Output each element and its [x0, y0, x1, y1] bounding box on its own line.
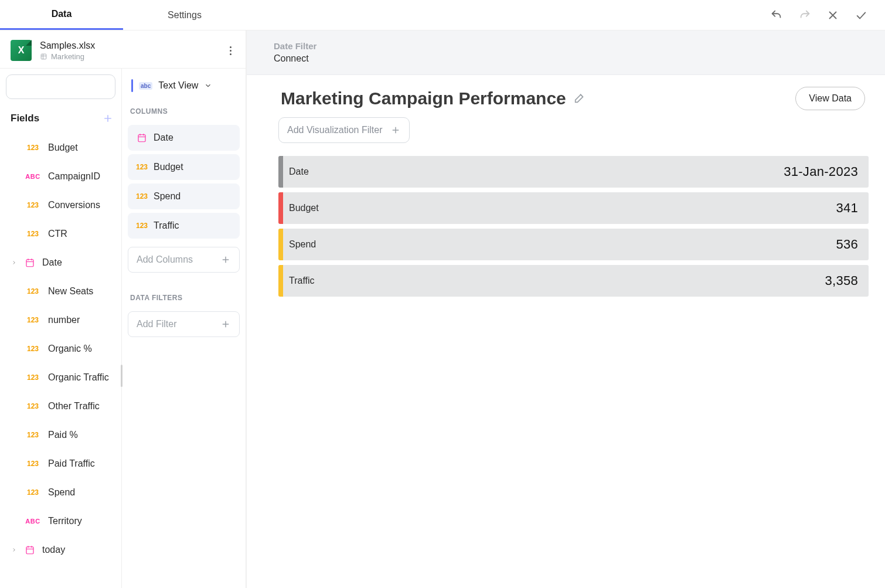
- type-number-icon: 123: [25, 431, 41, 439]
- ribbon-head: Date Filter: [274, 41, 885, 51]
- search-field[interactable]: [13, 82, 125, 92]
- field-item[interactable]: 123Budget: [0, 133, 121, 162]
- type-number-icon: 123: [25, 316, 41, 324]
- type-date-icon: [136, 132, 148, 143]
- main-panel: Date Filter Connect Marketing Campaign P…: [247, 30, 885, 588]
- type-number-icon: 123: [25, 144, 41, 152]
- ribbon-value: Connect: [274, 53, 885, 64]
- type-number-icon: 123: [25, 230, 41, 238]
- columns-label: COLUMNS: [128, 104, 240, 117]
- field-item[interactable]: 123New Seats: [0, 277, 121, 305]
- viz-card: Marketing Campaign Performance View Data…: [270, 79, 877, 305]
- window-actions: [769, 0, 885, 30]
- row-key: Traffic: [283, 265, 315, 297]
- fields-header: Fields: [0, 103, 121, 131]
- column-chips: Date123Budget123Spend123Traffic: [128, 125, 240, 239]
- field-item[interactable]: 123Paid %: [0, 420, 121, 449]
- field-label: Date: [42, 257, 62, 268]
- add-viz-filter[interactable]: Add Visualization Filter: [278, 117, 410, 143]
- data-row[interactable]: Spend536: [278, 229, 869, 260]
- field-label: number: [48, 315, 80, 325]
- field-label: Conversions: [48, 200, 100, 210]
- redo-icon[interactable]: [797, 8, 812, 23]
- plus-icon: [390, 125, 401, 135]
- tab-data[interactable]: Data: [0, 0, 123, 30]
- undo-icon[interactable]: [769, 8, 784, 23]
- column-chip[interactable]: 123Budget: [128, 154, 240, 180]
- datasource-menu-icon[interactable]: [223, 43, 237, 57]
- data-row[interactable]: Date31-Jan-2023: [278, 156, 869, 188]
- viz-title: Marketing Campaign Performance: [281, 89, 566, 108]
- type-number-icon: 123: [25, 373, 41, 382]
- viz-type-select[interactable]: abc Text View: [128, 76, 240, 96]
- field-item[interactable]: 123Organic %: [0, 334, 121, 363]
- type-number-icon: 123: [136, 163, 148, 171]
- add-filter[interactable]: Add Filter: [128, 311, 240, 337]
- config-panel: abc Text View COLUMNS Date123Budget123Sp…: [122, 69, 246, 588]
- field-label: CTR: [48, 229, 67, 239]
- field-item[interactable]: Date: [0, 248, 121, 277]
- add-filter-label: Add Filter: [137, 319, 176, 329]
- close-icon[interactable]: [825, 8, 840, 23]
- left-panel: X Samples.xlsx Marketing: [0, 30, 246, 588]
- add-columns-label: Add Columns: [137, 254, 193, 265]
- row-key: Spend: [283, 229, 316, 260]
- field-item[interactable]: 123CTR: [0, 219, 121, 248]
- viz-type-badge: abc: [139, 82, 152, 90]
- chevron-down-icon: [204, 81, 212, 90]
- sheet-name: Marketing: [40, 52, 95, 61]
- field-item[interactable]: 123number: [0, 305, 121, 334]
- svg-rect-0: [41, 54, 46, 59]
- type-number-icon: 123: [136, 192, 148, 200]
- data-row[interactable]: Traffic3,358: [278, 265, 869, 297]
- fields-label: Fields: [11, 113, 39, 124]
- field-item[interactable]: 123Spend: [0, 478, 121, 507]
- row-key: Date: [283, 156, 309, 188]
- field-item[interactable]: ABCTerritory: [0, 507, 121, 535]
- tab-settings[interactable]: Settings: [123, 0, 246, 30]
- viz-rows: Date31-Jan-2023Budget341Spend536Traffic3…: [278, 156, 869, 297]
- chevron-right-icon[interactable]: [11, 260, 18, 266]
- field-label: Organic Traffic: [48, 372, 109, 383]
- field-item[interactable]: today: [0, 535, 121, 564]
- add-columns[interactable]: Add Columns: [128, 247, 240, 273]
- field-item[interactable]: 123Paid Traffic: [0, 449, 121, 478]
- field-item[interactable]: 123Organic Traffic: [0, 363, 121, 392]
- type-text-icon: ABC: [25, 518, 41, 525]
- fields-panel: Fields 123BudgetABCCampaignID123Conversi…: [0, 69, 122, 588]
- body: X Samples.xlsx Marketing: [0, 30, 885, 588]
- view-data-button[interactable]: View Data: [795, 87, 865, 110]
- field-label: CampaignID: [48, 171, 100, 182]
- search-input[interactable]: [6, 74, 115, 99]
- type-text-icon: ABC: [25, 173, 41, 180]
- type-number-icon: 123: [25, 460, 41, 468]
- row-value: 341: [836, 192, 869, 224]
- type-number-icon: 123: [25, 287, 41, 295]
- type-number-icon: 123: [25, 402, 41, 410]
- row-value: 3,358: [825, 265, 869, 297]
- fields-list: 123BudgetABCCampaignID123Conversions123C…: [0, 131, 121, 570]
- field-label: Other Traffic: [48, 401, 100, 412]
- column-chip-label: Traffic: [154, 220, 179, 231]
- filters-label: DATA FILTERS: [128, 290, 240, 303]
- row-color-bar: [278, 265, 283, 297]
- row-value: 536: [836, 229, 869, 260]
- data-row[interactable]: Budget341: [278, 192, 869, 224]
- row-color-bar: [278, 229, 283, 260]
- chevron-right-icon[interactable]: [11, 547, 18, 553]
- column-chip[interactable]: 123Traffic: [128, 213, 240, 239]
- field-item[interactable]: ABCCampaignID: [0, 162, 121, 191]
- type-number-icon: 123: [25, 201, 41, 209]
- field-item[interactable]: 123Other Traffic: [0, 392, 121, 420]
- confirm-icon[interactable]: [853, 8, 869, 23]
- add-field-icon[interactable]: [100, 111, 115, 126]
- viz-filter-label: Add Visualization Filter: [287, 125, 382, 135]
- filter-ribbon[interactable]: Date Filter Connect: [247, 30, 885, 75]
- svg-rect-3: [26, 546, 33, 553]
- column-chip[interactable]: 123Spend: [128, 183, 240, 209]
- column-chip-label: Budget: [154, 162, 183, 172]
- field-label: Paid %: [48, 430, 78, 440]
- field-item[interactable]: 123Conversions: [0, 191, 121, 219]
- column-chip[interactable]: Date: [128, 125, 240, 151]
- edit-title-icon[interactable]: [573, 91, 587, 106]
